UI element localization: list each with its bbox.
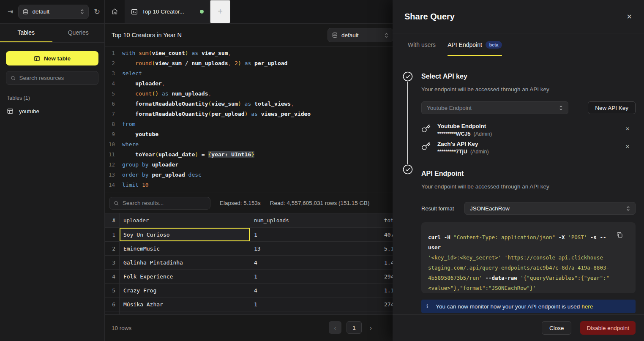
database-icon <box>23 9 28 15</box>
remove-key-icon[interactable]: ✕ <box>625 144 630 150</box>
query-title: Top 10 Creators in Year N <box>112 32 182 38</box>
row-index[interactable]: 4 <box>105 270 120 284</box>
chevron-up-down-icon <box>626 205 630 212</box>
api-key-role: (Admin) <box>470 149 489 155</box>
table-icon <box>34 55 40 62</box>
banner-here-link[interactable]: here <box>581 303 593 310</box>
resource-search-input[interactable] <box>19 75 94 81</box>
chevron-up-down-icon <box>559 105 563 111</box>
curl-line: 4b58958673b5/run' --data-raw '{"queryVar… <box>428 273 616 283</box>
key-icon <box>421 124 431 133</box>
remove-key-icon[interactable]: ✕ <box>625 126 630 132</box>
panel-title: Share Query <box>404 12 455 22</box>
key-icon <box>421 142 431 151</box>
topbar-left-section: ⇥ default ↻ <box>0 0 105 23</box>
table-cell[interactable]: Músika Azhar <box>120 297 250 311</box>
api-key-role: (Admin) <box>474 131 492 137</box>
row-index[interactable]: 3 <box>105 256 120 270</box>
resource-search <box>6 71 98 85</box>
api-key-masked: *********7TjU <box>437 149 467 155</box>
curl-line: <value>"},"format":"JSONEachRow"}' <box>428 283 616 293</box>
results-search-input[interactable] <box>123 200 206 206</box>
results-search <box>109 197 210 210</box>
new-table-button[interactable]: New table <box>6 51 98 65</box>
editor-database-selector[interactable]: default <box>327 28 393 42</box>
copy-icon[interactable] <box>616 232 623 238</box>
read-stat: Read: 4,557,605,031 rows (151.15 GB) <box>270 200 370 206</box>
database-selector-value: default <box>32 8 49 15</box>
table-cell[interactable]: Folk Experience <box>120 270 250 284</box>
beta-badge: beta <box>486 41 502 49</box>
api-key-name: Youtube Endpoint <box>437 123 492 130</box>
table-cell[interactable]: 4 <box>250 284 380 297</box>
search-icon <box>11 75 16 81</box>
table-cell[interactable]: 1 <box>250 270 380 284</box>
row-index[interactable]: 2 <box>105 242 120 256</box>
next-page-button[interactable]: › <box>370 324 372 331</box>
new-api-key-button[interactable]: New API Key <box>588 101 636 114</box>
table-cell[interactable] <box>120 311 250 314</box>
prev-page-button[interactable]: ‹ <box>329 321 341 334</box>
api-key-row: Youtube Endpoint *********WCJ5(Admin) ✕ <box>421 121 636 139</box>
row-index[interactable]: 6 <box>105 297 120 311</box>
curl-code-block: curl -H "Content-Type: application/json"… <box>421 222 636 293</box>
chevron-up-down-icon <box>385 32 388 38</box>
home-icon <box>111 8 118 15</box>
column-header-index[interactable]: # <box>105 213 120 228</box>
step2-check-icon <box>403 164 413 175</box>
api-key-name: Zach's API Key <box>437 140 489 148</box>
tab-api-endpoint[interactable]: API Endpoint beta <box>448 33 502 56</box>
api-key-list: Youtube Endpoint *********WCJ5(Admin) ✕ … <box>421 121 636 157</box>
info-icon: i <box>426 304 428 309</box>
table-cell[interactable]: 1 <box>250 297 380 311</box>
step1-check-icon <box>403 71 413 82</box>
table-cell[interactable] <box>250 311 380 314</box>
page-number[interactable]: 1 <box>347 321 362 334</box>
close-button[interactable]: Close <box>542 321 572 335</box>
row-index[interactable]: 5 <box>105 284 120 297</box>
tab-with-users[interactable]: With users <box>408 33 436 56</box>
sidebar-tab-queries[interactable]: Queries <box>52 24 105 42</box>
result-format-select[interactable]: JSONEachRow <box>464 202 636 215</box>
step1-title: Select API key <box>421 71 636 82</box>
terminal-icon <box>131 8 138 15</box>
table-cell[interactable]: Crazy Frog <box>120 284 250 297</box>
api-key-row: Zach's API Key *********7TjU(Admin) ✕ <box>421 139 636 157</box>
stepper-connector <box>407 82 408 164</box>
refresh-icon[interactable]: ↻ <box>94 7 100 16</box>
tables-section-label: Tables (1) <box>6 95 98 101</box>
new-tab-button[interactable]: + <box>210 0 230 23</box>
api-key-select[interactable]: Youtube Endpoint <box>421 101 568 114</box>
query-tab[interactable]: Top 10 Creator... <box>125 0 210 23</box>
table-cell[interactable]: 1 <box>250 228 380 242</box>
database-selector[interactable]: default <box>18 5 89 19</box>
database-icon <box>332 32 338 38</box>
step1-description: Your endpoint will be accessed through a… <box>421 85 636 94</box>
collapse-sidebar-icon[interactable]: ⇥ <box>8 8 13 16</box>
tab-status-dot <box>200 10 204 14</box>
row-index[interactable]: 1 <box>105 228 120 242</box>
sidebar-table-item[interactable]: youtube <box>6 106 98 116</box>
row-index[interactable] <box>105 311 120 314</box>
step2-title: API Endpoint <box>421 169 636 179</box>
api-key-masked: *********WCJ5 <box>437 131 471 137</box>
column-header-uploader[interactable]: uploader <box>120 213 250 228</box>
table-list: youtube <box>6 106 98 116</box>
table-cell[interactable]: 4 <box>250 256 380 270</box>
close-icon[interactable]: ✕ <box>627 13 632 21</box>
disable-endpoint-button[interactable]: Disable endpoint <box>580 321 636 335</box>
table-cell[interactable]: 13 <box>250 242 380 256</box>
table-cell[interactable]: Soy Un Curioso <box>120 228 250 242</box>
sidebar: Tables Queries New table Tables (1) yout… <box>0 24 105 341</box>
table-cell[interactable]: EminemMusic <box>120 242 250 256</box>
sidebar-tab-tables[interactable]: Tables <box>0 24 52 42</box>
home-button[interactable] <box>105 0 125 23</box>
banner-text: You can now monitor how your your API en… <box>436 303 593 310</box>
search-icon <box>114 200 119 206</box>
share-query-panel: Share Query ✕ With users API Endpoint be… <box>393 0 644 341</box>
curl-line: curl -H "Content-Type: application/json"… <box>428 232 616 253</box>
column-header-num-uploads[interactable]: num_uploads <box>250 213 380 228</box>
elapsed-stat: Elapsed: 5.153s <box>220 200 261 206</box>
curl-line: '<key_id>:<key_secret>' 'https://console… <box>428 253 616 263</box>
table-cell[interactable]: Galinha Pintadinha <box>120 256 250 270</box>
